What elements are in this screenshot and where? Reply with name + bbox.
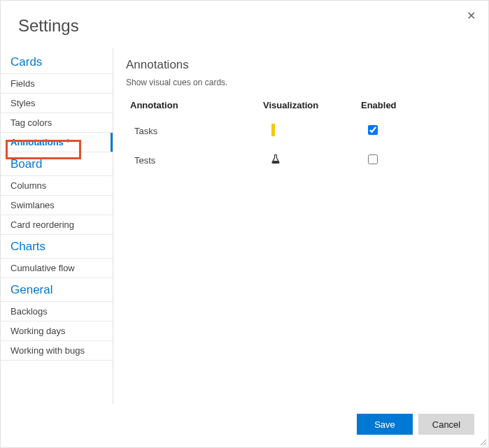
flask-icon <box>270 154 281 167</box>
cancel-button[interactable]: Cancel <box>418 414 474 435</box>
close-icon[interactable]: ✕ <box>464 8 479 24</box>
section-header-board: Board <box>1 152 113 176</box>
sidebar-item-tag-colors[interactable]: Tag colors <box>1 113 113 133</box>
bar-icon <box>271 124 275 136</box>
col-header-annotation: Annotation <box>126 100 259 110</box>
sidebar-item-card-reordering[interactable]: Card reordering <box>1 215 113 235</box>
section-header-cards: Cards <box>1 48 113 74</box>
dialog-title: Settings <box>1 1 488 48</box>
sidebar-item-columns[interactable]: Columns <box>1 176 113 196</box>
save-button[interactable]: Save <box>357 414 413 435</box>
visualization-cell <box>259 124 357 138</box>
sidebar-item-backlogs[interactable]: Backlogs <box>1 302 113 321</box>
enabled-cell <box>357 125 427 137</box>
sidebar-item-working-days[interactable]: Working days <box>1 321 113 341</box>
col-header-enabled: Enabled <box>357 100 427 110</box>
sidebar-item-cumulative-flow[interactable]: Cumulative flow <box>1 259 113 278</box>
footer: Save Cancel <box>357 414 474 435</box>
sidebar-item-swimlanes[interactable]: Swimlanes <box>1 196 113 215</box>
resize-handle-icon[interactable] <box>480 439 487 446</box>
enabled-checkbox-tasks[interactable] <box>368 125 378 135</box>
sidebar-item-working-with-bugs[interactable]: Working with bugs <box>1 341 113 361</box>
section-header-charts: Charts <box>1 235 113 259</box>
svg-line-2 <box>486 445 486 445</box>
enabled-cell <box>357 154 427 166</box>
sidebar: Cards Fields Styles Tag colors Annotatio… <box>1 48 113 404</box>
sidebar-item-styles[interactable]: Styles <box>1 94 113 113</box>
visualization-cell <box>259 154 357 167</box>
col-header-visualization: Visualization <box>259 100 357 110</box>
sidebar-item-fields[interactable]: Fields <box>1 74 113 94</box>
main-panel: Annotations Show visual cues on cards. A… <box>113 48 488 404</box>
svg-line-0 <box>481 440 486 445</box>
table-row: Tasks <box>126 116 476 145</box>
sidebar-item-annotations[interactable]: Annotations * <box>1 133 113 152</box>
main-title: Annotations <box>126 58 476 72</box>
section-header-general: General <box>1 278 113 302</box>
content: Cards Fields Styles Tag colors Annotatio… <box>1 48 488 404</box>
enabled-checkbox-tests[interactable] <box>368 154 378 164</box>
main-description: Show visual cues on cards. <box>126 78 476 87</box>
table-row: Tests <box>126 145 476 175</box>
table-header: Annotation Visualization Enabled <box>126 100 476 116</box>
annotation-name: Tests <box>126 155 259 166</box>
annotation-name: Tasks <box>126 126 259 136</box>
